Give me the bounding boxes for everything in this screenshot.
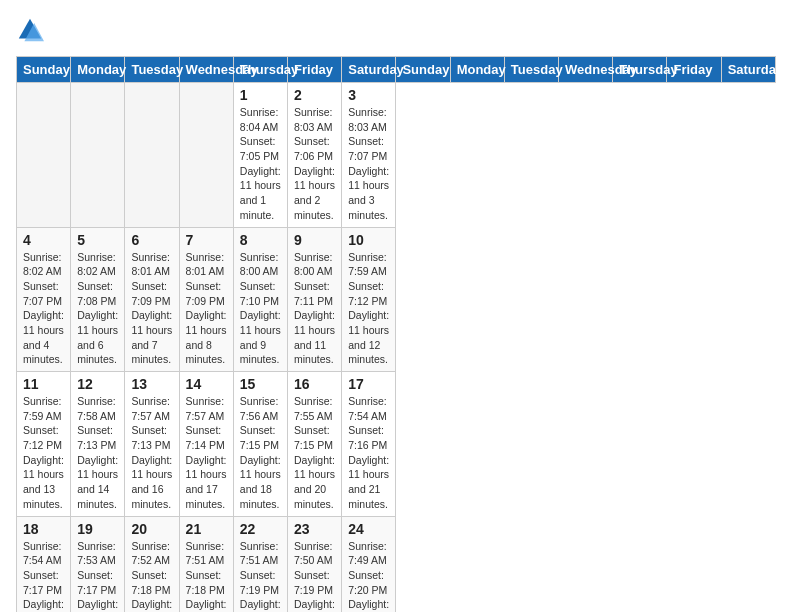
day-number: 22 [240,521,281,537]
calendar-week-2: 4Sunrise: 8:02 AMSunset: 7:07 PMDaylight… [17,227,776,372]
day-info: Sunrise: 7:59 AMSunset: 7:12 PMDaylight:… [23,394,64,512]
day-info: Sunrise: 7:58 AMSunset: 7:13 PMDaylight:… [77,394,118,512]
day-info: Sunrise: 8:02 AMSunset: 7:07 PMDaylight:… [23,250,64,368]
col-header-tuesday: Tuesday [125,57,179,83]
day-info: Sunrise: 8:04 AMSunset: 7:05 PMDaylight:… [240,105,281,223]
calendar-cell: 14Sunrise: 7:57 AMSunset: 7:14 PMDayligh… [179,372,233,517]
day-info: Sunrise: 7:56 AMSunset: 7:15 PMDaylight:… [240,394,281,512]
col-header-friday: Friday [288,57,342,83]
calendar-cell [179,83,233,228]
calendar-cell: 21Sunrise: 7:51 AMSunset: 7:18 PMDayligh… [179,516,233,612]
calendar-week-3: 11Sunrise: 7:59 AMSunset: 7:12 PMDayligh… [17,372,776,517]
calendar-cell: 12Sunrise: 7:58 AMSunset: 7:13 PMDayligh… [71,372,125,517]
calendar-cell: 4Sunrise: 8:02 AMSunset: 7:07 PMDaylight… [17,227,71,372]
day-number: 12 [77,376,118,392]
calendar-cell: 5Sunrise: 8:02 AMSunset: 7:08 PMDaylight… [71,227,125,372]
day-info: Sunrise: 8:01 AMSunset: 7:09 PMDaylight:… [131,250,172,368]
day-info: Sunrise: 7:57 AMSunset: 7:13 PMDaylight:… [131,394,172,512]
calendar-header-row: SundayMondayTuesdayWednesdayThursdayFrid… [17,57,776,83]
day-info: Sunrise: 7:54 AMSunset: 7:16 PMDaylight:… [348,394,389,512]
col-header-sunday: Sunday [17,57,71,83]
calendar-cell: 9Sunrise: 8:00 AMSunset: 7:11 PMDaylight… [288,227,342,372]
day-number: 6 [131,232,172,248]
day-number: 18 [23,521,64,537]
day-info: Sunrise: 7:55 AMSunset: 7:15 PMDaylight:… [294,394,335,512]
day-number: 23 [294,521,335,537]
calendar-cell: 11Sunrise: 7:59 AMSunset: 7:12 PMDayligh… [17,372,71,517]
page-header [16,16,776,44]
day-number: 16 [294,376,335,392]
calendar-week-1: 1Sunrise: 8:04 AMSunset: 7:05 PMDaylight… [17,83,776,228]
day-info: Sunrise: 7:59 AMSunset: 7:12 PMDaylight:… [348,250,389,368]
day-number: 9 [294,232,335,248]
day-number: 24 [348,521,389,537]
day-number: 17 [348,376,389,392]
day-info: Sunrise: 7:50 AMSunset: 7:19 PMDaylight:… [294,539,335,613]
day-info: Sunrise: 8:03 AMSunset: 7:07 PMDaylight:… [348,105,389,223]
day-info: Sunrise: 8:01 AMSunset: 7:09 PMDaylight:… [186,250,227,368]
day-info: Sunrise: 7:54 AMSunset: 7:17 PMDaylight:… [23,539,64,613]
day-info: Sunrise: 7:49 AMSunset: 7:20 PMDaylight:… [348,539,389,613]
day-number: 14 [186,376,227,392]
day-info: Sunrise: 7:53 AMSunset: 7:17 PMDaylight:… [77,539,118,613]
day-number: 11 [23,376,64,392]
day-info: Sunrise: 7:51 AMSunset: 7:19 PMDaylight:… [240,539,281,613]
calendar-cell: 8Sunrise: 8:00 AMSunset: 7:10 PMDaylight… [233,227,287,372]
col-header-saturday: Saturday [342,57,396,83]
col-header-monday: Monday [71,57,125,83]
calendar-cell: 10Sunrise: 7:59 AMSunset: 7:12 PMDayligh… [342,227,396,372]
day-number: 4 [23,232,64,248]
day-info: Sunrise: 8:00 AMSunset: 7:10 PMDaylight:… [240,250,281,368]
calendar-cell [71,83,125,228]
calendar-cell [17,83,71,228]
calendar-cell: 1Sunrise: 8:04 AMSunset: 7:05 PMDaylight… [233,83,287,228]
calendar-cell: 20Sunrise: 7:52 AMSunset: 7:18 PMDayligh… [125,516,179,612]
calendar-cell: 18Sunrise: 7:54 AMSunset: 7:17 PMDayligh… [17,516,71,612]
calendar-cell: 7Sunrise: 8:01 AMSunset: 7:09 PMDaylight… [179,227,233,372]
day-number: 2 [294,87,335,103]
col-header-friday: Friday [667,57,721,83]
day-number: 21 [186,521,227,537]
day-number: 8 [240,232,281,248]
col-header-thursday: Thursday [613,57,667,83]
day-number: 7 [186,232,227,248]
calendar-cell: 3Sunrise: 8:03 AMSunset: 7:07 PMDaylight… [342,83,396,228]
day-info: Sunrise: 8:02 AMSunset: 7:08 PMDaylight:… [77,250,118,368]
calendar-cell: 16Sunrise: 7:55 AMSunset: 7:15 PMDayligh… [288,372,342,517]
logo [16,16,48,44]
day-number: 10 [348,232,389,248]
calendar-cell: 17Sunrise: 7:54 AMSunset: 7:16 PMDayligh… [342,372,396,517]
day-info: Sunrise: 7:57 AMSunset: 7:14 PMDaylight:… [186,394,227,512]
calendar-cell: 15Sunrise: 7:56 AMSunset: 7:15 PMDayligh… [233,372,287,517]
day-info: Sunrise: 7:52 AMSunset: 7:18 PMDaylight:… [131,539,172,613]
col-header-saturday: Saturday [721,57,775,83]
col-header-wednesday: Wednesday [559,57,613,83]
calendar-cell: 19Sunrise: 7:53 AMSunset: 7:17 PMDayligh… [71,516,125,612]
col-header-monday: Monday [450,57,504,83]
col-header-wednesday: Wednesday [179,57,233,83]
calendar-cell: 22Sunrise: 7:51 AMSunset: 7:19 PMDayligh… [233,516,287,612]
col-header-thursday: Thursday [233,57,287,83]
day-number: 19 [77,521,118,537]
day-number: 13 [131,376,172,392]
calendar-cell: 24Sunrise: 7:49 AMSunset: 7:20 PMDayligh… [342,516,396,612]
col-header-sunday: Sunday [396,57,450,83]
day-info: Sunrise: 7:51 AMSunset: 7:18 PMDaylight:… [186,539,227,613]
calendar-week-4: 18Sunrise: 7:54 AMSunset: 7:17 PMDayligh… [17,516,776,612]
day-number: 1 [240,87,281,103]
day-info: Sunrise: 8:00 AMSunset: 7:11 PMDaylight:… [294,250,335,368]
day-info: Sunrise: 8:03 AMSunset: 7:06 PMDaylight:… [294,105,335,223]
day-number: 5 [77,232,118,248]
logo-icon [16,16,44,44]
calendar-cell [125,83,179,228]
calendar-table: SundayMondayTuesdayWednesdayThursdayFrid… [16,56,776,612]
col-header-tuesday: Tuesday [504,57,558,83]
calendar-cell: 23Sunrise: 7:50 AMSunset: 7:19 PMDayligh… [288,516,342,612]
day-number: 20 [131,521,172,537]
day-number: 3 [348,87,389,103]
calendar-cell: 2Sunrise: 8:03 AMSunset: 7:06 PMDaylight… [288,83,342,228]
calendar-cell: 6Sunrise: 8:01 AMSunset: 7:09 PMDaylight… [125,227,179,372]
day-number: 15 [240,376,281,392]
calendar-cell: 13Sunrise: 7:57 AMSunset: 7:13 PMDayligh… [125,372,179,517]
